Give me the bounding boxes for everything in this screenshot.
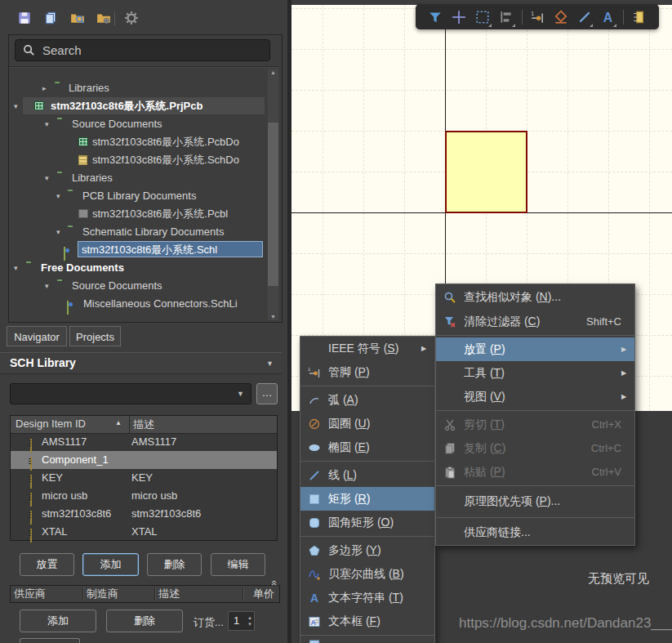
tree-item-schdoc[interactable]: stm32f103c8t6最小系统.SchDo [10, 151, 265, 169]
table-row-selected[interactable]: Component_1 [11, 451, 277, 469]
column-divider[interactable] [129, 416, 130, 433]
menu-item-clear-filter[interactable]: 清除过滤器 (C) Shift+C [436, 310, 634, 333]
menu-item-place[interactable]: 放置 (P)▶ [436, 337, 634, 361]
tree-item-free-source-documents[interactable]: ▾Source Documents [10, 277, 265, 295]
arc-icon [304, 394, 325, 407]
line-icon[interactable] [576, 8, 592, 26]
tree-item-schematic-library-documents[interactable]: ▾Schematic Library Documents [10, 223, 265, 241]
crosshair-icon[interactable] [452, 8, 467, 26]
more-button[interactable]: … [256, 383, 278, 404]
menu-item-text-string[interactable]: A 文本字符串 (T) [300, 586, 434, 610]
place-button[interactable]: 放置 [20, 553, 74, 576]
tree-item-pcb-library-documents[interactable]: ▾PCB Library Documents [10, 187, 265, 205]
col-supplier[interactable]: 供应商 [14, 586, 46, 602]
scroll-up-icon[interactable]: ▲ [268, 69, 278, 75]
menu-item-arc[interactable]: 弧 (A) [300, 388, 434, 412]
supplier-table-header[interactable]: 供应商 制造商 描述 单价 [10, 585, 280, 603]
tree-item-free-documents[interactable]: ▾Free Documents [10, 259, 265, 277]
placed-rectangle[interactable] [445, 131, 527, 213]
add-button[interactable]: 添加 [82, 553, 139, 576]
tree-item-libraries-2[interactable]: ▾Libraries [10, 169, 265, 187]
column-divider[interactable] [243, 587, 244, 601]
clear-filter-icon [439, 315, 461, 328]
stepper-down-icon[interactable]: ▼ [247, 621, 252, 627]
sort-asc-icon[interactable]: ▲ [115, 419, 122, 426]
menu-item-supplier-links[interactable]: 供应商链接... [436, 520, 634, 545]
table-row[interactable]: AMS1117AMS1117 [11, 433, 277, 451]
component-filter-combo[interactable]: ▼ [10, 383, 251, 404]
menu-item-copy: 复制 (C) Ctrl+C [436, 436, 634, 460]
settings-gear-icon[interactable] [122, 9, 140, 27]
col-manufacturer[interactable]: 制造商 [87, 586, 118, 602]
menu-item-schematic-preferences[interactable]: 原理图优先项 (P)... [436, 488, 634, 516]
menu-item-rounded-rect[interactable]: 圆角矩形 (O) [300, 511, 434, 534]
tree-item-source-documents[interactable]: ▾Source Documents [10, 115, 265, 133]
text-icon[interactable]: A [600, 8, 616, 26]
panel-splitter[interactable] [287, 0, 291, 643]
svg-text:1: 1 [308, 367, 311, 372]
chevron-down-icon[interactable]: ▼ [266, 359, 274, 368]
copy-icon[interactable] [42, 9, 60, 27]
col-description[interactable]: 描述 [133, 418, 154, 432]
part-icon[interactable] [631, 8, 647, 26]
table-row[interactable]: XTALXTAL [11, 523, 277, 541]
menu-item-text-frame[interactable]: A 文本框 (F) [300, 610, 434, 633]
tree-item-misc-connectors[interactable]: Miscellaneous Connectors.SchLi [10, 295, 265, 313]
tree-item-schlib-selected[interactable]: stm32f103c8t6最小系统.Schl [10, 241, 265, 259]
edit-button[interactable]: 编辑 [211, 553, 265, 576]
menu-item-pin[interactable]: 1 管脚 (P) [300, 360, 434, 384]
stepper-up-icon[interactable]: ▲ [247, 614, 252, 621]
table-row[interactable]: stm32f103c8t6stm32f103c8t6 [11, 505, 277, 523]
col-design-item-id[interactable]: Design Item ID [16, 418, 86, 430]
column-divider[interactable] [154, 587, 156, 601]
tree-item-libraries[interactable]: ▸Libraries [10, 79, 265, 97]
tree-item-pcbdoc[interactable]: stm32f103c8t6最小系统.PcbDo [10, 133, 265, 151]
sch-library-header[interactable]: SCH Library ▼ [0, 352, 282, 374]
menu-item-view[interactable]: 视图 (V)▶ [436, 385, 634, 409]
tab-projects[interactable]: Projects [69, 326, 121, 346]
tree-item-pcblib[interactable]: stm32f103c8t6最小系统.Pcbl [10, 205, 265, 223]
collapse-chevrons-icon[interactable]: « [269, 580, 281, 586]
scroll-down-icon[interactable]: ▼ [268, 314, 278, 319]
menu-item-ieee-symbols[interactable]: IEEE 符号 (S)▶ [300, 337, 434, 360]
supplier-add-button[interactable]: 添加 [20, 610, 96, 632]
tree-item-project[interactable]: ▾stm32f103c8t6最小系统.PrjPcb [10, 97, 265, 115]
save-icon[interactable] [16, 9, 33, 27]
table-header[interactable]: Design Item ID ▲ 描述 [11, 416, 277, 434]
scrollbar-thumb[interactable] [268, 123, 278, 286]
open-folder-search-icon[interactable] [69, 9, 87, 27]
menu-item-find-similar[interactable]: 查找相似对象 (N)... [436, 284, 634, 310]
pin-icon[interactable]: 1 [530, 8, 545, 26]
bezier-icon [304, 568, 325, 581]
menu-item-line[interactable]: 线 (L) [300, 463, 434, 487]
table-row[interactable]: micro usbmicro usb [11, 487, 277, 505]
col-description[interactable]: 描述 [158, 586, 180, 602]
tree-scrollbar[interactable]: ▲ ▼ [268, 69, 278, 320]
menu-item-tools[interactable]: 工具 (T)▶ [436, 361, 634, 385]
tab-navigator[interactable]: Navigator [7, 326, 67, 346]
menu-item-rectangle[interactable]: 矩形 (R) [300, 487, 434, 511]
menu-item-polygon[interactable]: 多边形 (Y) [300, 538, 434, 562]
panel-title: SCH Library [10, 356, 76, 369]
column-divider[interactable] [82, 587, 84, 601]
menu-item-circle[interactable]: 圆圈 (U) [300, 412, 434, 435]
menu-separator [300, 461, 434, 462]
folder-settings-icon[interactable] [95, 9, 113, 27]
menu-item-partial[interactable] [300, 637, 434, 643]
quantity-stepper[interactable]: 1 ▲ ▼ [228, 611, 255, 631]
table-row[interactable]: KEYKEY [11, 469, 277, 487]
grid-line [291, 90, 672, 91]
sch-lib-icon [67, 301, 69, 315]
menu-item-ellipse[interactable]: 椭圆 (E) [300, 435, 434, 459]
filter-icon[interactable] [428, 8, 443, 26]
chevron-down-icon[interactable]: ▼ [237, 390, 244, 398]
polygon-diamond-icon[interactable] [553, 8, 568, 26]
align-icon[interactable] [499, 8, 514, 26]
menu-item-bezier[interactable]: 贝塞尔曲线 (B) [300, 562, 434, 586]
search-input[interactable] [41, 42, 248, 58]
selection-rect-icon[interactable] [475, 8, 491, 26]
supplier-delete-button[interactable]: 删除 [106, 610, 183, 632]
col-unit-price[interactable]: 单价 [253, 586, 274, 602]
search-box[interactable] [15, 39, 270, 61]
delete-button[interactable]: 删除 [147, 553, 202, 576]
